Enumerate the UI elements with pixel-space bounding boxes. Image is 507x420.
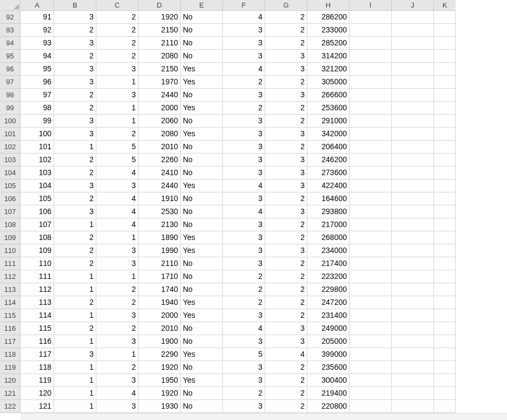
cell-H95[interactable]: 314200 bbox=[307, 50, 350, 63]
cell-C114[interactable]: 2 bbox=[96, 296, 139, 309]
cell-D92[interactable]: 1920 bbox=[139, 11, 181, 24]
cell-I93[interactable] bbox=[350, 24, 392, 37]
cell-H111[interactable]: 217400 bbox=[307, 257, 350, 270]
cell-C102[interactable]: 5 bbox=[96, 141, 139, 154]
cell-G103[interactable]: 3 bbox=[265, 154, 307, 166]
column-header-J[interactable]: J bbox=[392, 0, 434, 11]
cell-C109[interactable]: 1 bbox=[96, 231, 139, 244]
cell-I118[interactable] bbox=[350, 348, 392, 361]
column-header-G[interactable]: G bbox=[265, 0, 307, 11]
cell-A97[interactable]: 96 bbox=[21, 76, 54, 89]
cell-C116[interactable]: 2 bbox=[96, 322, 139, 335]
cell-G120[interactable]: 2 bbox=[265, 374, 307, 387]
cell-I120[interactable] bbox=[350, 374, 392, 387]
cell-E107[interactable]: No bbox=[181, 205, 223, 218]
cell-D96[interactable]: 2150 bbox=[139, 63, 181, 76]
cell-D101[interactable]: 2080 bbox=[139, 128, 181, 141]
cell-D107[interactable]: 2530 bbox=[139, 205, 181, 218]
cell-B110[interactable]: 2 bbox=[54, 244, 96, 257]
cell-E111[interactable]: No bbox=[181, 257, 223, 270]
cell-F103[interactable]: 3 bbox=[223, 154, 265, 166]
cell-K112[interactable] bbox=[434, 270, 456, 283]
cell-H103[interactable]: 246200 bbox=[307, 154, 350, 166]
cell-C97[interactable]: 1 bbox=[96, 76, 139, 89]
cell-F108[interactable]: 3 bbox=[223, 218, 265, 231]
select-all-corner[interactable] bbox=[0, 0, 21, 11]
cell-H113[interactable]: 229800 bbox=[307, 283, 350, 296]
cell-H94[interactable]: 285200 bbox=[307, 37, 350, 50]
cell-B92[interactable]: 3 bbox=[54, 11, 96, 24]
cell-I122[interactable] bbox=[350, 400, 392, 413]
cell-E114[interactable]: Yes bbox=[181, 296, 223, 309]
cell-D93[interactable]: 2150 bbox=[139, 24, 181, 37]
cell-H117[interactable]: 205000 bbox=[307, 335, 350, 348]
cell-A94[interactable]: 93 bbox=[21, 37, 54, 50]
cell-H112[interactable]: 223200 bbox=[307, 270, 350, 283]
cell-J110[interactable] bbox=[392, 244, 434, 257]
cell-D122[interactable]: 1930 bbox=[139, 400, 181, 413]
cell-E108[interactable]: No bbox=[181, 218, 223, 231]
cell-J106[interactable] bbox=[392, 192, 434, 205]
horizontal-scrollbar[interactable] bbox=[21, 413, 507, 420]
cell-E113[interactable]: No bbox=[181, 283, 223, 296]
cell-K102[interactable] bbox=[434, 141, 456, 154]
cell-I121[interactable] bbox=[350, 387, 392, 400]
column-header-E[interactable]: E bbox=[181, 0, 223, 11]
cell-J103[interactable] bbox=[392, 154, 434, 166]
cell-D116[interactable]: 2010 bbox=[139, 322, 181, 335]
cell-I106[interactable] bbox=[350, 192, 392, 205]
cell-F94[interactable]: 3 bbox=[223, 37, 265, 50]
cell-B113[interactable]: 1 bbox=[54, 283, 96, 296]
cell-G110[interactable]: 3 bbox=[265, 244, 307, 257]
cell-A112[interactable]: 111 bbox=[21, 270, 54, 283]
cell-J100[interactable] bbox=[392, 115, 434, 128]
cell-B109[interactable]: 2 bbox=[54, 231, 96, 244]
cell-A119[interactable]: 118 bbox=[21, 361, 54, 374]
cell-H110[interactable]: 234000 bbox=[307, 244, 350, 257]
cell-H96[interactable]: 321200 bbox=[307, 63, 350, 76]
row-header-120[interactable]: 120 bbox=[0, 374, 21, 387]
cell-F122[interactable]: 3 bbox=[223, 400, 265, 413]
cell-H115[interactable]: 231400 bbox=[307, 309, 350, 322]
row-header-122[interactable]: 122 bbox=[0, 400, 21, 413]
column-header-I[interactable]: I bbox=[350, 0, 392, 11]
cell-B108[interactable]: 1 bbox=[54, 218, 96, 231]
cell-E93[interactable]: No bbox=[181, 24, 223, 37]
cell-J108[interactable] bbox=[392, 218, 434, 231]
cell-B119[interactable]: 1 bbox=[54, 361, 96, 374]
cell-A100[interactable]: 99 bbox=[21, 115, 54, 128]
cell-J120[interactable] bbox=[392, 374, 434, 387]
row-header-100[interactable]: 100 bbox=[0, 115, 21, 128]
cell-F93[interactable]: 3 bbox=[223, 24, 265, 37]
cell-D121[interactable]: 1920 bbox=[139, 387, 181, 400]
cell-C117[interactable]: 3 bbox=[96, 335, 139, 348]
cell-H100[interactable]: 291000 bbox=[307, 115, 350, 128]
cell-E115[interactable]: Yes bbox=[181, 309, 223, 322]
cell-C94[interactable]: 2 bbox=[96, 37, 139, 50]
cell-H120[interactable]: 300400 bbox=[307, 374, 350, 387]
cell-B111[interactable]: 2 bbox=[54, 257, 96, 270]
row-header-112[interactable]: 112 bbox=[0, 270, 21, 283]
cell-B105[interactable]: 3 bbox=[54, 179, 96, 192]
cell-F119[interactable]: 3 bbox=[223, 361, 265, 374]
cell-C95[interactable]: 2 bbox=[96, 50, 139, 63]
cell-E121[interactable]: No bbox=[181, 387, 223, 400]
cell-A96[interactable]: 95 bbox=[21, 63, 54, 76]
cell-A98[interactable]: 97 bbox=[21, 89, 54, 102]
cell-D104[interactable]: 2410 bbox=[139, 166, 181, 179]
cell-I115[interactable] bbox=[350, 309, 392, 322]
cell-A101[interactable]: 100 bbox=[21, 128, 54, 141]
cell-D119[interactable]: 1920 bbox=[139, 361, 181, 374]
cell-K120[interactable] bbox=[434, 374, 456, 387]
cell-H99[interactable]: 253600 bbox=[307, 102, 350, 115]
cell-G114[interactable]: 2 bbox=[265, 296, 307, 309]
cell-I97[interactable] bbox=[350, 76, 392, 89]
cell-F121[interactable]: 2 bbox=[223, 387, 265, 400]
cell-D108[interactable]: 2130 bbox=[139, 218, 181, 231]
cell-D98[interactable]: 2440 bbox=[139, 89, 181, 102]
cell-G92[interactable]: 2 bbox=[265, 11, 307, 24]
column-header-A[interactable]: A bbox=[21, 0, 54, 11]
row-header-109[interactable]: 109 bbox=[0, 231, 21, 244]
cell-C93[interactable]: 2 bbox=[96, 24, 139, 37]
cell-F120[interactable]: 3 bbox=[223, 374, 265, 387]
